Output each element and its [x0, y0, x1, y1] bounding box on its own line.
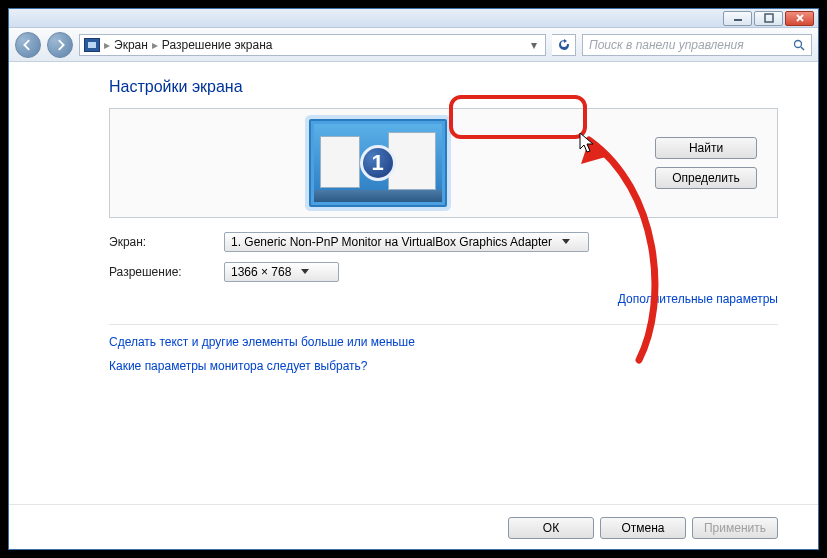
- chevron-right-icon: ▸: [102, 38, 112, 52]
- find-button[interactable]: Найти: [655, 137, 757, 159]
- advanced-settings-link[interactable]: Дополнительные параметры: [618, 292, 778, 306]
- display-value: 1. Generic Non-PnP Monitor на VirtualBox…: [231, 235, 552, 249]
- apply-button: Применить: [692, 517, 778, 539]
- resolution-dropdown[interactable]: 1366 × 768: [224, 262, 339, 282]
- display-dropdown[interactable]: 1. Generic Non-PnP Monitor на VirtualBox…: [224, 232, 589, 252]
- monitor-icon: [84, 38, 100, 52]
- svg-line-3: [801, 47, 804, 50]
- page-title: Настройки экрана: [109, 78, 778, 96]
- monitor-help-link[interactable]: Какие параметры монитора следует выбрать…: [109, 359, 778, 373]
- search-icon: [793, 39, 805, 51]
- minimize-button[interactable]: [723, 11, 752, 26]
- chevron-down-icon[interactable]: ▾: [527, 38, 541, 52]
- maximize-button[interactable]: [754, 11, 783, 26]
- close-button[interactable]: [785, 11, 814, 26]
- identify-button[interactable]: Определить: [655, 167, 757, 189]
- nav-bar: ▸ Экран ▸ Разрешение экрана ▾ Поиск в па…: [9, 28, 818, 62]
- ok-button[interactable]: ОК: [508, 517, 594, 539]
- settings-form: Экран: 1. Generic Non-PnP Monitor на Vir…: [109, 232, 778, 282]
- window: ▸ Экран ▸ Разрешение экрана ▾ Поиск в па…: [8, 8, 819, 550]
- search-placeholder: Поиск в панели управления: [589, 38, 744, 52]
- dialog-buttons: ОК Отмена Применить: [9, 504, 818, 549]
- breadcrumb-item[interactable]: Разрешение экрана: [162, 38, 273, 52]
- cancel-button[interactable]: Отмена: [600, 517, 686, 539]
- svg-rect-1: [765, 14, 773, 22]
- chevron-down-icon: [299, 266, 311, 278]
- search-input[interactable]: Поиск в панели управления: [582, 34, 812, 56]
- monitor-thumbnail-1[interactable]: 1: [309, 119, 447, 207]
- chevron-down-icon: [560, 236, 572, 248]
- forward-button[interactable]: [47, 32, 73, 58]
- monitor-preview-panel: 1 Найти Определить: [109, 108, 778, 218]
- breadcrumb[interactable]: ▸ Экран ▸ Разрешение экрана ▾: [79, 34, 546, 56]
- text-size-link[interactable]: Сделать текст и другие элементы больше и…: [109, 335, 778, 349]
- resolution-value: 1366 × 768: [231, 265, 291, 279]
- svg-point-2: [795, 40, 802, 47]
- resolution-label: Разрешение:: [109, 265, 224, 279]
- svg-rect-0: [734, 19, 742, 21]
- monitor-number-badge: 1: [360, 145, 396, 181]
- breadcrumb-item[interactable]: Экран: [114, 38, 148, 52]
- chevron-right-icon: ▸: [150, 38, 160, 52]
- display-label: Экран:: [109, 235, 224, 249]
- monitor-preview-zone: 1: [130, 119, 625, 207]
- refresh-button[interactable]: [552, 34, 576, 56]
- content-area: Настройки экрана 1 Найти Определить: [9, 62, 818, 504]
- title-bar: [9, 9, 818, 28]
- back-button[interactable]: [15, 32, 41, 58]
